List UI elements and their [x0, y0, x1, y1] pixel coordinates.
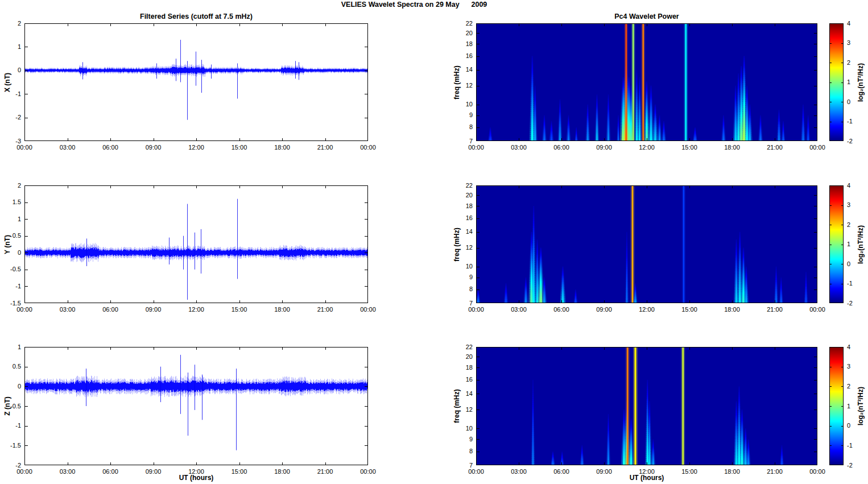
colorbar-canvas-x	[829, 23, 844, 141]
right-column-title: Pc4 Wavelet Power	[614, 13, 679, 20]
y-tick-label: -1	[0, 283, 21, 289]
y-tick-label: -2	[0, 114, 21, 121]
x-tick-label: 18:00	[724, 306, 740, 313]
x-tick-label: 06:00	[102, 306, 118, 313]
timeseries-canvas-z	[24, 347, 368, 465]
figure-title: VELIES Wavelet Spectra on 29 May 2009	[341, 1, 487, 9]
timeseries-canvas-x	[24, 23, 368, 141]
colorbar-label-z: log₂(nT²/Hz)	[857, 387, 865, 425]
freq-tick-label: 22	[450, 344, 473, 350]
x-tick-label: 12:00	[639, 468, 655, 475]
y-tick-label: 0	[0, 249, 21, 256]
x-tick-label: 06:00	[102, 468, 118, 475]
freq-tick-label: 10	[450, 101, 473, 107]
x-tick-label: 09:00	[146, 144, 162, 151]
x-tick-label: 09:00	[596, 468, 612, 475]
colorbar-tick-label: 3	[847, 363, 850, 370]
spectrogram-canvas-z	[476, 347, 817, 465]
colorbar-tick-label: -2	[847, 138, 853, 144]
freq-tick-label: 14	[450, 390, 473, 397]
colorbar-tick-label: -2	[847, 462, 853, 469]
x-tick-label: 15:00	[681, 306, 697, 313]
x-tick-label: 00:00	[809, 468, 825, 475]
xaxis-label-right: UT (hours)	[630, 474, 664, 482]
freq-tick-label: 16	[450, 214, 473, 221]
colorbar-x	[829, 23, 844, 141]
colorbar-tick-label: -1	[847, 280, 853, 287]
x-tick-label: 12:00	[188, 306, 204, 313]
colorbar-tick-label: 1	[847, 403, 850, 409]
timeseries-panel-z	[24, 347, 368, 465]
x-tick-label: 00:00	[360, 306, 376, 313]
x-tick-label: 00:00	[16, 144, 32, 151]
freq-tick-label: 7	[450, 138, 473, 144]
colorbar-tick-label: 2	[847, 383, 850, 390]
x-tick-label: 15:00	[681, 144, 697, 151]
x-tick-label: 09:00	[146, 306, 162, 313]
freq-tick-label: 7	[450, 462, 473, 469]
x-tick-label: 06:00	[102, 144, 118, 151]
freq-tick-label: 16	[450, 52, 473, 59]
freq-tick-label: 18	[450, 364, 473, 371]
left-column-title: Filtered Series (cutoff at 7.5 mHz)	[140, 13, 253, 20]
colorbar-tick-label: 1	[847, 78, 850, 85]
colorbar-tick-label: 3	[847, 201, 850, 208]
x-tick-label: 21:00	[317, 306, 333, 313]
y-tick-label: -1	[0, 90, 21, 97]
colorbar-tick-label: 3	[847, 39, 850, 46]
freq-tick-label: 14	[450, 66, 473, 73]
freq-tick-label: 20	[450, 353, 473, 360]
spectrogram-panel-x	[476, 23, 817, 141]
colorbar-label-x: log₂(nT²/Hz)	[857, 63, 865, 102]
x-tick-label: 18:00	[724, 144, 740, 151]
x-tick-label: 15:00	[232, 468, 247, 475]
y-tick-label: 0	[0, 383, 21, 390]
x-tick-label: 00:00	[809, 306, 825, 313]
freq-tick-label: 18	[450, 202, 473, 209]
colorbar-label-y: log₂(nT²/Hz)	[857, 225, 865, 264]
freq-tick-label: 20	[450, 192, 473, 198]
colorbar-canvas-z	[829, 347, 844, 465]
colorbar-y	[829, 185, 844, 303]
colorbar-tick-label: -1	[847, 442, 853, 449]
y-tick-label: 1	[0, 216, 21, 222]
y-tick-label: 1	[0, 43, 21, 50]
x-tick-label: 18:00	[724, 468, 740, 475]
x-tick-label: 03:00	[60, 306, 76, 313]
figure: VELIES Wavelet Spectra on 29 May 2009 Fi…	[0, 0, 868, 484]
x-tick-label: 21:00	[767, 468, 783, 475]
x-tick-label: 18:00	[274, 468, 290, 475]
x-tick-label: 00:00	[468, 306, 484, 313]
ylabel-x: X (nT)	[3, 73, 11, 92]
x-tick-label: 00:00	[809, 144, 825, 151]
colorbar-tick-label: -2	[847, 300, 853, 307]
freq-tick-label: 8	[450, 123, 473, 130]
timeseries-canvas-y	[24, 185, 368, 303]
y-tick-label: -0.5	[0, 403, 21, 409]
colorbar-tick-label: 0	[847, 260, 850, 267]
freq-tick-label: 9	[450, 436, 473, 442]
x-tick-label: 21:00	[317, 144, 333, 151]
freq-tick-label: 22	[450, 20, 473, 27]
x-tick-label: 15:00	[681, 468, 697, 475]
colorbar-canvas-y	[829, 185, 844, 303]
freq-tick-label: 7	[450, 300, 473, 307]
x-tick-label: 00:00	[360, 144, 376, 151]
y-tick-label: -1	[0, 422, 21, 429]
colorbar-tick-label: 1	[847, 241, 850, 247]
x-tick-label: 15:00	[232, 144, 247, 151]
x-tick-label: 06:00	[553, 468, 569, 475]
colorbar-tick-label: 0	[847, 422, 850, 429]
x-tick-label: 15:00	[232, 306, 247, 313]
x-tick-label: 00:00	[16, 468, 32, 475]
y-tick-label: -0.5	[0, 266, 21, 272]
x-tick-label: 18:00	[274, 306, 290, 313]
colorbar-tick-label: 4	[847, 344, 850, 350]
y-tick-label: 0	[0, 67, 21, 73]
freq-tick-label: 12	[450, 82, 473, 89]
y-tick-label: 1.5	[0, 198, 21, 205]
x-tick-label: 12:00	[188, 468, 204, 475]
freq-tick-label: 8	[450, 448, 473, 454]
y-tick-label: -1.5	[0, 442, 21, 449]
x-tick-label: 06:00	[553, 144, 569, 151]
